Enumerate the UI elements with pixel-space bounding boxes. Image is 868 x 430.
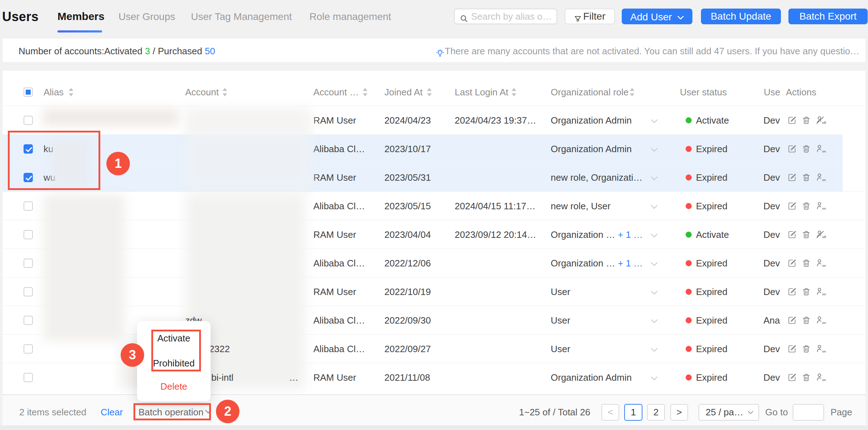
svg-text:off: off (822, 121, 826, 124)
svg-text:on: on (822, 207, 826, 210)
svg-text:on: on (822, 321, 826, 324)
svg-text:on: on (822, 178, 826, 181)
svg-text:on: on (822, 292, 826, 296)
svg-text:on: on (822, 350, 826, 353)
svg-text:on: on (822, 264, 826, 267)
svg-text:off: off (822, 235, 826, 239)
svg-text:on: on (822, 378, 826, 381)
svg-text:on: on (822, 150, 826, 153)
